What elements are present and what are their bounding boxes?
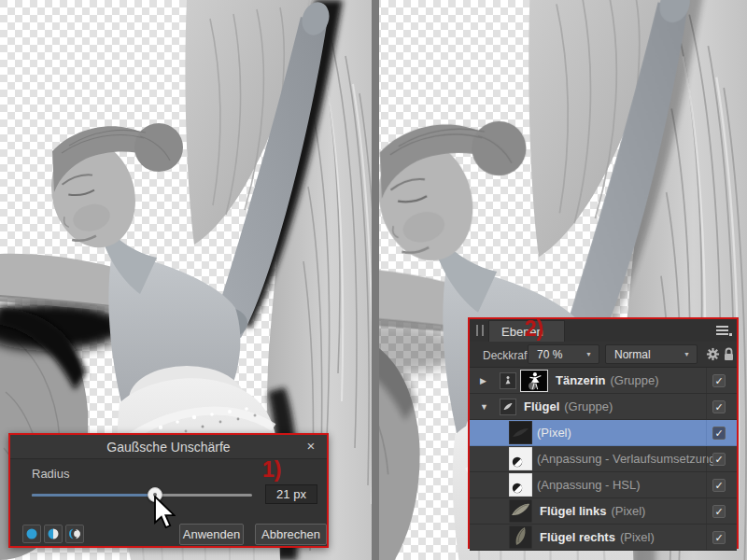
blend-mode-dropdown[interactable]: Normal ▼	[605, 344, 698, 364]
column-separator	[706, 498, 707, 524]
visibility-checkbox[interactable]: ✓	[712, 453, 726, 466]
layer-name: Tänzerin	[556, 373, 605, 387]
group-mini-icon	[500, 399, 516, 415]
wing-left-thumbnail[interactable]	[509, 499, 532, 523]
layer-name: Flügel links	[540, 504, 607, 518]
slider-fill	[32, 494, 155, 497]
annotation-1: 1)	[262, 457, 281, 483]
column-separator	[706, 368, 707, 393]
layer-type-suffix: (Pixel)	[612, 504, 646, 518]
layer-row-anpassung-verlaufsumsetzung[interactable]: (Anpassung - Verlaufsumsetzung) ✓	[470, 446, 737, 472]
layer-row-flügel[interactable]: ▼ Flügel (Gruppe) ✓	[470, 394, 737, 420]
visibility-checkbox[interactable]: ✓	[712, 531, 726, 544]
opacity-dropdown[interactable]: 70 % ▼	[528, 344, 599, 364]
layer-row-anpassung-hsl[interactable]: (Anpassung - HSL) ✓	[470, 472, 737, 498]
opacity-label: Deckkraft:	[483, 349, 533, 362]
layer-type-suffix: (Anpassung - Verlaufsumsetzung)	[537, 452, 720, 466]
wing-right-thumbnail[interactable]	[509, 525, 532, 549]
layer-type-suffix: (Pixel)	[620, 530, 655, 544]
opacity-value: 70 %	[537, 348, 562, 361]
preview-split-button[interactable]	[44, 525, 63, 543]
cancel-button[interactable]: Abbrechen	[255, 524, 327, 545]
preview-mirror-button[interactable]	[65, 525, 84, 543]
column-separator	[706, 394, 707, 419]
layer-name: Flügel	[524, 399, 559, 413]
layers-panel-controls: Deckkraft: 70 % ▼ Normal ▼	[470, 342, 737, 368]
layer-list: ▶ Tänzerin (Gruppe) ✓ ▼ Flügel (Gruppe) …	[470, 368, 737, 551]
split-preview-icon	[47, 527, 60, 540]
canvas-divider	[372, 0, 379, 560]
app-window: Gaußsche Unschärfe × Radius 21 px	[0, 0, 747, 560]
chevron-down-icon: ▼	[684, 351, 690, 357]
expand-arrow-icon[interactable]: ▶	[480, 376, 493, 385]
layer-row-flügel-rechts[interactable]: Flügel rechts (Pixel) ✓	[470, 525, 737, 551]
dancer-thumbnail[interactable]	[520, 370, 548, 392]
radius-value-field[interactable]: 21 px	[265, 484, 317, 504]
column-separator	[706, 472, 707, 497]
column-separator	[706, 420, 707, 445]
mirror-preview-icon	[68, 527, 81, 540]
apply-button[interactable]: Anwenden	[179, 524, 244, 545]
dialog-title: Gaußsche Unschärfe	[10, 440, 327, 455]
column-separator	[706, 525, 707, 550]
layer-row-tänzerin[interactable]: ▶ Tänzerin (Gruppe) ✓	[470, 368, 737, 394]
chevron-down-icon: ▼	[585, 351, 592, 357]
dialog-titlebar[interactable]: Gaußsche Unschärfe ×	[10, 435, 327, 459]
column-separator	[706, 446, 707, 471]
preview-mode-buttons	[22, 525, 84, 543]
lock-icon[interactable]	[723, 347, 735, 365]
layers-panel: Ebenen Deckkraft: 70 % ▼ Normal ▼	[468, 317, 739, 549]
slider-track[interactable]	[32, 494, 252, 497]
panel-grip-icon[interactable]	[476, 325, 484, 336]
layer-row-pixel[interactable]: (Pixel) ✓	[470, 420, 737, 446]
radius-slider[interactable]	[32, 486, 252, 503]
layer-type-suffix: (Gruppe)	[610, 373, 658, 387]
annotation-2: 2)	[525, 316, 543, 342]
blend-mode-value: Normal	[614, 348, 651, 361]
gaussian-blur-dialog: Gaußsche Unschärfe × Radius 21 px	[8, 433, 329, 548]
gear-icon[interactable]	[706, 347, 720, 365]
layer-type-suffix: (Pixel)	[537, 426, 571, 440]
close-icon[interactable]: ×	[303, 438, 319, 454]
pixel-thumbnail[interactable]	[509, 421, 532, 444]
preview-full-button[interactable]	[22, 525, 41, 543]
visibility-checkbox[interactable]: ✓	[712, 400, 726, 413]
layers-panel-header: Ebenen	[470, 319, 737, 342]
mouse-cursor	[153, 496, 176, 529]
visibility-checkbox[interactable]: ✓	[712, 505, 726, 518]
layer-name: Flügel rechts	[540, 530, 615, 544]
panel-menu-icon[interactable]	[716, 326, 728, 337]
group-mini-icon	[500, 372, 516, 389]
full-preview-icon	[25, 527, 38, 540]
expand-arrow-icon[interactable]: ▼	[480, 402, 493, 412]
layer-type-suffix: (Gruppe)	[564, 399, 613, 413]
layer-type-suffix: (Anpassung - HSL)	[537, 478, 641, 492]
visibility-checkbox[interactable]: ✓	[712, 374, 726, 387]
layer-row-flügel-links[interactable]: Flügel links (Pixel) ✓	[470, 498, 737, 525]
visibility-checkbox[interactable]: ✓	[712, 479, 726, 492]
adjustment-thumbnail[interactable]	[509, 447, 532, 470]
visibility-checkbox[interactable]: ✓	[712, 427, 726, 440]
radius-label: Radius	[32, 467, 69, 481]
adjustment-thumbnail[interactable]	[509, 473, 532, 497]
